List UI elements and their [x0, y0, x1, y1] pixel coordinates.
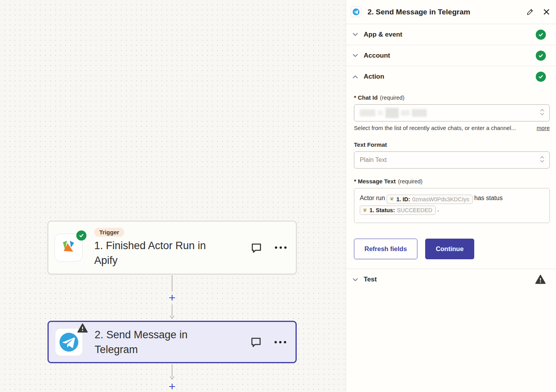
- trigger-step-card[interactable]: Trigger 1. Finished Actor Run inApify: [48, 221, 297, 274]
- more-options-icon[interactable]: [274, 341, 286, 343]
- section-label: App & event: [364, 31, 536, 39]
- message-text-input[interactable]: Actor run1. ID:0zmasW0Pds3KDCIyshas stat…: [354, 188, 550, 223]
- step-warning-badge: [77, 323, 88, 335]
- section-label: Account: [364, 52, 536, 60]
- mapped-field-token-id[interactable]: 1. ID:0zmasW0Pds3KDCIys: [387, 195, 473, 204]
- text-format-select[interactable]: Plain Text: [354, 151, 550, 169]
- apify-icon: [389, 197, 394, 202]
- warning-triangle-icon: [77, 323, 88, 333]
- connector-line: [172, 275, 172, 292]
- close-icon[interactable]: [543, 9, 550, 15]
- note-icon[interactable]: [250, 336, 262, 348]
- connector-line: [172, 304, 172, 316]
- workflow-canvas[interactable]: Trigger 1. Finished Actor Run inApify +: [0, 0, 346, 392]
- section-test[interactable]: Test: [346, 269, 556, 290]
- chevron-down-icon: [352, 31, 359, 38]
- section-action[interactable]: Action: [346, 66, 556, 87]
- text-format-label: Text Format: [354, 141, 550, 148]
- action-form: * Chat Id(required) Select from the list…: [346, 87, 556, 269]
- apify-app-tile: [55, 234, 83, 262]
- section-complete-icon: [536, 30, 546, 40]
- message-text: has status: [474, 195, 503, 201]
- chat-id-help-text: Select from the list of recently active …: [354, 125, 532, 131]
- telegram-app-tile: [55, 328, 83, 356]
- section-label: Action: [364, 73, 536, 81]
- continue-button[interactable]: Continue: [425, 239, 474, 259]
- chat-id-label: * Chat Id(required): [354, 94, 550, 101]
- select-stepper-icon: [540, 155, 545, 165]
- section-app-event[interactable]: App & event: [346, 24, 556, 45]
- apify-icon: [60, 239, 77, 257]
- section-complete-icon: [536, 72, 546, 82]
- chevron-down-icon: [352, 52, 359, 59]
- chat-id-select[interactable]: [354, 104, 550, 121]
- step-success-badge: [76, 230, 86, 241]
- arrow-down-icon: [169, 315, 175, 319]
- note-icon[interactable]: [250, 242, 262, 254]
- panel-title: 2. Send Message in Telegram: [368, 8, 526, 16]
- panel-header: 2. Send Message in Telegram: [346, 0, 556, 24]
- telegram-chip: [351, 7, 361, 17]
- check-icon: [79, 233, 84, 238]
- trigger-badge: Trigger: [94, 228, 124, 237]
- action-step-title: 2. Send Message inTelegram: [95, 327, 231, 357]
- select-stepper-icon: [540, 108, 545, 118]
- arrow-down-icon: [169, 376, 175, 380]
- chevron-down-icon: [352, 276, 359, 283]
- message-text: .: [437, 206, 439, 213]
- step-settings-panel: 2. Send Message in Telegram App & event …: [346, 0, 556, 392]
- trigger-step-title: 1. Finished Actor Run inApify: [94, 238, 230, 268]
- section-account[interactable]: Account: [346, 45, 556, 66]
- refresh-fields-button[interactable]: Refresh fields: [354, 239, 417, 259]
- connector-line: [172, 364, 172, 377]
- section-complete-icon: [536, 51, 546, 61]
- add-step-button-middle[interactable]: +: [167, 293, 177, 303]
- add-step-button-end[interactable]: +: [167, 382, 177, 392]
- action-step-card[interactable]: 2. Send Message inTelegram: [48, 321, 297, 363]
- edit-pencil-icon[interactable]: [526, 8, 534, 16]
- apify-icon: [362, 208, 368, 213]
- section-label: Test: [364, 276, 535, 283]
- redacted-chat-value: [360, 108, 427, 118]
- section-warning-icon: [535, 274, 546, 285]
- message-text-label: * Message Text(required): [354, 178, 550, 185]
- telegram-icon: [352, 8, 360, 16]
- more-link[interactable]: more: [537, 125, 550, 131]
- mapped-field-token-status[interactable]: 1. Status:SUCCEEDED: [360, 206, 436, 215]
- more-options-icon[interactable]: [275, 246, 287, 249]
- text-format-value: Plain Text: [360, 156, 387, 163]
- message-text: Actor run: [360, 195, 385, 201]
- chevron-up-icon: [352, 74, 359, 80]
